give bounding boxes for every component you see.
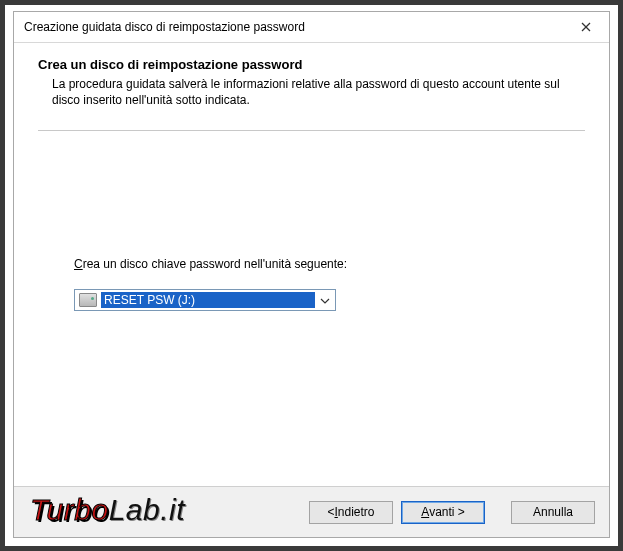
drive-select-label: Crea un disco chiave password nell'unità… — [74, 257, 347, 271]
wizard-footer: < Indietro Avanti > Annulla — [14, 486, 609, 537]
cancel-button[interactable]: Annulla — [511, 501, 595, 524]
wizard-header: Crea un disco di reimpostazione password… — [14, 43, 609, 141]
close-button[interactable] — [563, 12, 609, 42]
titlebar: Creazione guidata disco di reimpostazion… — [14, 12, 609, 43]
drive-icon — [79, 293, 97, 307]
wizard-header-description: La procedura guidata salverà le informaz… — [38, 76, 572, 108]
back-button[interactable]: < Indietro — [309, 501, 393, 524]
next-button-rest: vanti > — [429, 505, 465, 519]
back-button-pre: < — [327, 505, 334, 519]
wizard-header-title: Crea un disco di reimpostazione password — [38, 57, 585, 72]
cancel-button-label: Annulla — [533, 505, 573, 519]
wizard-body: Crea un disco chiave password nell'unità… — [14, 141, 609, 486]
window-title: Creazione guidata disco di reimpostazion… — [24, 20, 563, 34]
drive-select-value: RESET PSW (J:) — [101, 292, 315, 308]
close-icon — [581, 20, 591, 34]
drive-select-label-accel: C — [74, 257, 83, 271]
chevron-down-icon — [315, 294, 335, 306]
back-button-rest: ndietro — [338, 505, 375, 519]
drive-select-label-text: rea un disco chiave password nell'unità … — [83, 257, 347, 271]
next-button-accel: A — [421, 505, 429, 519]
drive-select-combo[interactable]: RESET PSW (J:) — [74, 289, 336, 311]
wizard-window: Creazione guidata disco di reimpostazion… — [13, 11, 610, 538]
header-separator — [38, 130, 585, 131]
next-button[interactable]: Avanti > — [401, 501, 485, 524]
